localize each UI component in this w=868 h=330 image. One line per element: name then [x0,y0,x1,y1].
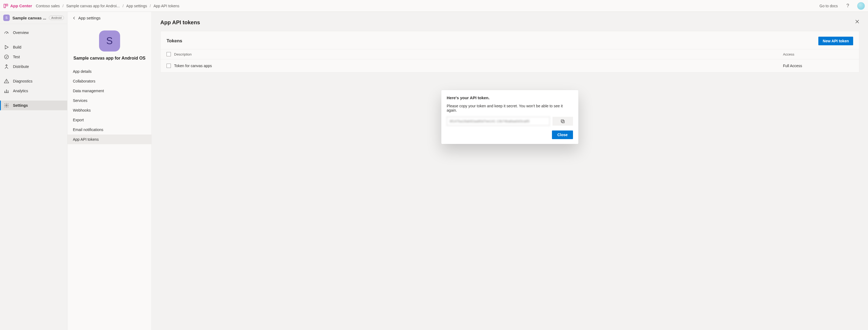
app-icon-letter: S [5,16,7,20]
breadcrumb-item[interactable]: Contoso sales [36,4,60,8]
modal-title: Here's your API token. [447,95,573,100]
brand-label: App Center [10,3,32,8]
app-icon-small: S [3,14,10,21]
sidebar-app-header[interactable]: S Sample canvas ... Android [0,12,67,24]
back-to-app-settings[interactable]: App settings [67,12,151,24]
app-title: Sample canvas app for Android OS [67,54,151,67]
gauge-icon [4,30,9,35]
settings-item-app-details[interactable]: App details [67,67,151,76]
settings-item-services[interactable]: Services [67,96,151,105]
column-access: Access [783,52,853,56]
sidebar-item-label: Overview [13,30,29,35]
check-circle-icon [4,54,9,60]
new-api-token-button[interactable]: New API token [818,37,853,45]
token-value-field[interactable]: 8f147ba18ab92aa80d7ee141 13b74ba8aa0d3ca… [447,117,550,126]
app-icon-letter: S [106,35,113,47]
svg-line-1 [6,32,7,33]
select-all-checkbox[interactable] [166,52,171,56]
row-checkbox[interactable] [166,64,171,68]
top-header: App Center Contoso sales / Sample canvas… [0,0,868,12]
svg-rect-13 [561,120,563,122]
settings-item-webhooks[interactable]: Webhooks [67,105,151,115]
close-icon [855,19,860,24]
svg-point-9 [6,105,7,106]
settings-item-app-api-tokens[interactable]: App API tokens [67,135,151,144]
breadcrumb: Contoso sales / Sample canvas app for An… [36,4,180,8]
sidebar-item-overview[interactable]: Overview [0,28,67,37]
api-token-modal: Here's your API token. Please copy your … [441,90,579,144]
tokens-card: Tokens New API token Description Access … [160,31,859,72]
svg-point-2 [5,55,9,59]
app-center-logo-icon [3,3,9,9]
copy-icon [560,119,565,124]
sidebar-item-distribute[interactable]: Distribute [0,62,67,71]
sidebar-item-diagnostics[interactable]: Diagnostics [0,76,67,86]
back-label: App settings [78,15,101,20]
copy-token-button[interactable] [553,117,573,126]
user-avatar[interactable] [857,2,865,10]
sidebar-item-label: Test [13,55,20,59]
close-panel-button[interactable] [854,18,861,25]
sidebar-item-build[interactable]: Build [0,42,67,52]
play-icon [4,44,9,50]
platform-badge: Android [49,15,64,20]
gear-icon [4,103,9,108]
sidebar-item-label: Distribute [13,64,29,69]
breadcrumb-item[interactable]: App settings [126,4,147,8]
app-icon-large: S [99,30,120,52]
sidebar-item-analytics[interactable]: Analytics [0,86,67,96]
bar-chart-icon [4,88,9,94]
breadcrumb-item[interactable]: App API tokens [154,4,180,8]
sidebar-item-label: Settings [13,103,28,107]
column-description: Description [174,52,783,56]
row-access: Full Access [783,64,853,68]
sidebar-item-settings[interactable]: Settings [0,101,67,110]
settings-sidebar: App settings S Sample canvas app for And… [67,12,152,330]
sidebar-item-label: Diagnostics [13,79,32,83]
warning-icon [4,78,9,84]
modal-subtitle: Please copy your token and keep it secre… [447,104,573,112]
settings-item-data-management[interactable]: Data management [67,86,151,96]
breadcrumb-item[interactable]: Sample canvas app for Androi... [66,4,120,8]
breadcrumb-separator: / [63,4,64,8]
brand-area[interactable]: App Center [3,3,34,9]
help-icon[interactable]: ? [845,3,851,9]
svg-rect-12 [562,121,564,123]
go-to-docs-link[interactable]: Go to docs [819,4,838,8]
main-content: App API tokens Tokens New API token Desc… [152,12,868,330]
app-name-truncated: Sample canvas ... [12,15,46,20]
svg-point-4 [6,82,7,82]
row-description: Token for canvas apps [174,64,783,68]
settings-item-collaborators[interactable]: Collaborators [67,76,151,86]
settings-item-email-notifications[interactable]: Email notifications [67,125,151,135]
breadcrumb-separator: / [123,4,124,8]
distribute-icon [4,64,9,69]
tokens-table-header: Description Access [161,49,859,59]
primary-sidebar: S Sample canvas ... Android Overview Bui… [0,12,67,330]
page-title: App API tokens [160,20,859,26]
sidebar-item-test[interactable]: Test [0,52,67,62]
chevron-left-icon [72,16,76,20]
sidebar-item-label: Analytics [13,89,28,93]
tokens-heading: Tokens [166,38,182,44]
settings-item-export[interactable]: Export [67,115,151,125]
sidebar-item-label: Build [13,45,21,50]
modal-close-button[interactable]: Close [552,131,573,139]
breadcrumb-separator: / [150,4,151,8]
table-row[interactable]: Token for canvas apps Full Access [161,59,859,72]
